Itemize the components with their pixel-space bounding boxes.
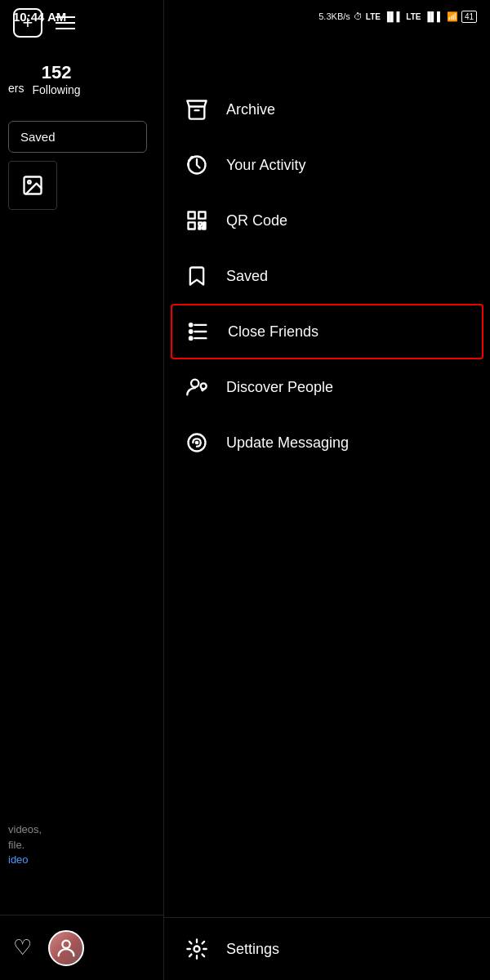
svg-point-19 xyxy=(201,383,207,389)
status-bar: 10:44 AM 5.3KB/s ⏱ LTE ▐▌▌ LTE ▐▌▌ 📶 41 xyxy=(0,0,490,29)
qr-label: QR Code xyxy=(226,212,287,229)
saved-label: Saved xyxy=(226,268,268,285)
activity-icon xyxy=(184,152,210,178)
following-count: 152 xyxy=(42,62,72,83)
discover-label: Discover People xyxy=(226,379,333,396)
saved-icon xyxy=(184,263,210,289)
close-friends-label: Close Friends xyxy=(228,323,318,341)
status-time: 10:44 AM xyxy=(13,10,66,24)
close-friends-icon xyxy=(185,318,212,345)
menu-item-qr-code[interactable]: QR Code xyxy=(164,193,490,248)
svg-point-1 xyxy=(28,180,31,184)
lte-icon: LTE xyxy=(366,12,381,21)
svg-rect-5 xyxy=(198,212,205,219)
profile-stats: ers 152 Following xyxy=(0,46,163,105)
messaging-label: Update Messaging xyxy=(226,434,349,452)
videos-text: videos,file. ideo xyxy=(0,816,159,874)
settings-item[interactable]: Settings xyxy=(164,917,490,980)
battery-icon: 41 xyxy=(461,11,477,23)
svg-point-22 xyxy=(194,947,200,952)
network-speed: 5.3KB/s xyxy=(318,11,350,21)
svg-rect-10 xyxy=(203,227,206,229)
activity-label: Your Activity xyxy=(226,157,305,174)
left-panel: + ers 152 Following Saved videos,file. i… xyxy=(0,0,163,980)
svg-rect-11 xyxy=(203,225,205,226)
menu-item-update-messaging[interactable]: Update Messaging xyxy=(164,415,490,470)
archive-label: Archive xyxy=(226,101,275,118)
panel-divider xyxy=(163,0,164,980)
menu-item-saved[interactable]: Saved xyxy=(164,248,490,304)
following-label: Following xyxy=(32,83,80,96)
messaging-icon xyxy=(184,430,210,456)
menu-item-close-friends[interactable]: Close Friends xyxy=(171,304,483,359)
followers-prefix: ers xyxy=(8,82,24,95)
following-stat: 152 Following xyxy=(32,62,80,96)
right-panel: Archive Your Activity xyxy=(164,0,490,980)
clock-icon: ⏱ xyxy=(354,11,363,21)
status-icons: 5.3KB/s ⏱ LTE ▐▌▌ LTE ▐▌▌ 📶 41 xyxy=(318,11,477,23)
svg-point-15 xyxy=(189,323,193,327)
svg-rect-4 xyxy=(189,212,195,219)
qr-icon xyxy=(184,207,210,234)
svg-point-2 xyxy=(62,940,69,947)
bottom-nav-left: ♡ xyxy=(0,915,163,980)
settings-icon xyxy=(184,936,210,962)
menu-item-archive[interactable]: Archive xyxy=(164,82,490,137)
saved-button[interactable]: Saved xyxy=(8,121,147,153)
svg-point-17 xyxy=(189,336,193,340)
wifi-icon: 📶 xyxy=(447,11,458,22)
svg-point-18 xyxy=(191,380,198,387)
videos-description: videos,file. xyxy=(8,823,42,850)
avatar[interactable] xyxy=(48,930,84,966)
svg-rect-9 xyxy=(198,227,200,229)
svg-rect-8 xyxy=(203,222,205,224)
heart-icon[interactable]: ♡ xyxy=(13,935,32,960)
signal-bars-2: ▐▌▌ xyxy=(424,11,443,21)
menu-item-your-activity[interactable]: Your Activity xyxy=(164,137,490,193)
post-placeholder xyxy=(8,161,57,210)
svg-rect-7 xyxy=(198,222,202,225)
archive-icon xyxy=(184,96,210,122)
svg-point-16 xyxy=(189,330,193,333)
lte-icon-2: LTE xyxy=(406,12,421,21)
discover-icon xyxy=(184,374,210,400)
svg-rect-6 xyxy=(189,222,195,229)
svg-point-21 xyxy=(195,441,199,445)
videos-link[interactable]: ideo xyxy=(8,853,29,866)
settings-label: Settings xyxy=(226,941,279,958)
menu-item-discover-people[interactable]: Discover People xyxy=(164,359,490,415)
menu-list: Archive Your Activity xyxy=(164,82,490,470)
signal-bars-1: ▐▌▌ xyxy=(384,11,403,21)
